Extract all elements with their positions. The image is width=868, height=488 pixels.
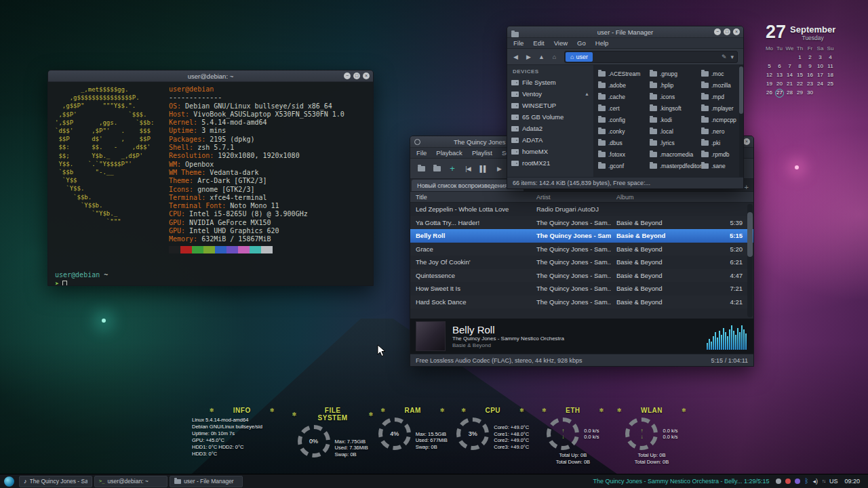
track-row[interactable]: QuintessenceThe Quincy Jones - Sam...Bas… xyxy=(410,269,753,283)
folder-item[interactable]: .mpd xyxy=(701,91,739,102)
back-button[interactable]: ◀ xyxy=(510,51,521,62)
play-button[interactable]: ▶ xyxy=(492,162,506,176)
folder-item[interactable]: .kodi xyxy=(650,114,701,125)
app-menu-icon[interactable] xyxy=(4,476,14,487)
folder-item[interactable]: .ncmpcpp xyxy=(701,114,739,125)
folder-item[interactable]: .ACEStream xyxy=(598,68,650,79)
folder-item[interactable]: .pki xyxy=(701,137,739,148)
folder-item[interactable]: .icons xyxy=(650,91,701,102)
taskbar-window-label: user - File Manager xyxy=(184,478,234,485)
taskbar-window-button[interactable]: ♪The Quincy Jones - Sa... xyxy=(19,476,92,487)
folder-item[interactable]: .mplayer xyxy=(701,102,739,114)
folder-item[interactable]: .mozilla xyxy=(701,79,739,91)
track-row[interactable]: Belly RollThe Quincy Jones - Sam...Basie… xyxy=(410,229,753,243)
fm-menu-help[interactable]: Help xyxy=(591,39,614,47)
home-button[interactable]: ⌂ xyxy=(549,51,560,62)
device-item[interactable]: WINSETUP xyxy=(507,100,593,111)
minimize-button[interactable]: − xyxy=(714,28,721,35)
taskbar-window-button[interactable]: >_user@debian: ~ xyxy=(94,476,167,487)
previous-track-button[interactable]: |◀ xyxy=(461,162,475,176)
open-files-button[interactable] xyxy=(414,162,428,176)
track-row[interactable]: The Joy Of Cookin'The Quincy Jones - Sam… xyxy=(410,256,753,269)
player-menu-playback[interactable]: Playback xyxy=(431,149,467,157)
folder-item[interactable]: .sane xyxy=(701,160,739,171)
track-row[interactable]: Led Zeppelin - Whole Lotta LoveRadio Dru… xyxy=(410,203,753,216)
pause-button[interactable]: ▌▌ xyxy=(477,162,490,176)
tray-icon-purple[interactable] xyxy=(795,479,800,484)
tray-icon-red[interactable] xyxy=(785,479,791,484)
folder-item[interactable]: .gconf xyxy=(598,160,650,171)
eject-icon[interactable]: ▲ xyxy=(585,92,589,96)
device-item[interactable]: Adata2 xyxy=(507,123,593,134)
path-bar[interactable]: ⌂ user ✎ ▾ xyxy=(564,51,738,63)
folder-item[interactable]: .local xyxy=(650,125,701,137)
column-header-duration[interactable] xyxy=(692,192,753,202)
up-button[interactable]: ▲ xyxy=(536,51,547,62)
folder-item[interactable]: .masterpdfeditor xyxy=(650,160,701,171)
player-menu-playlist[interactable]: Playlist xyxy=(467,149,497,157)
maximize-button[interactable]: □ xyxy=(353,73,360,79)
keyboard-layout[interactable]: US xyxy=(829,478,838,485)
playlist-scrollbar[interactable] xyxy=(747,204,753,317)
tray-icon-player[interactable] xyxy=(776,479,781,484)
folder-item[interactable]: .config xyxy=(598,114,650,125)
add-files-button[interactable] xyxy=(430,162,443,176)
folder-item[interactable]: .hplip xyxy=(650,79,701,91)
minimize-button[interactable]: − xyxy=(344,73,351,79)
taskbar-now-playing[interactable]: The Quincy Jones - Sammy Nestico Orchest… xyxy=(593,478,770,485)
column-header-album[interactable]: Album xyxy=(611,192,692,202)
device-item[interactable]: homeMX xyxy=(507,146,593,157)
clock[interactable]: 09:20 xyxy=(844,478,860,485)
fm-titlebar[interactable]: user - File Manager −□× xyxy=(507,26,743,38)
folder-item[interactable]: .conky xyxy=(598,125,650,137)
scrollbar-thumb[interactable] xyxy=(739,66,743,114)
track-row[interactable]: Hard Sock DanceThe Quincy Jones - Sam...… xyxy=(410,296,753,309)
fm-menu-go[interactable]: Go xyxy=(572,39,591,47)
column-header-artist[interactable]: Artist xyxy=(531,192,611,202)
folder-name: .kodi xyxy=(660,117,672,123)
folder-item[interactable]: .cache xyxy=(598,91,650,102)
terminal-titlebar[interactable]: user@debian: ~ −□× xyxy=(48,70,373,82)
track-row[interactable]: How Sweet It IsThe Quincy Jones - Sam...… xyxy=(410,282,753,296)
file-list[interactable]: .ACEStream.adobe.cache.cert.config.conky… xyxy=(594,65,739,177)
volume-icon[interactable]: ◂) xyxy=(812,478,818,485)
device-item[interactable]: Ventoy▲ xyxy=(507,88,593,100)
folder-item[interactable]: .lyrics xyxy=(650,137,701,148)
forward-button[interactable]: ▶ xyxy=(523,51,534,62)
fm-menu-edit[interactable]: Edit xyxy=(528,39,549,47)
chevron-down-icon[interactable]: ▾ xyxy=(730,54,734,60)
path-segment-user[interactable]: ⌂ user xyxy=(566,52,593,62)
folder-item[interactable]: .fotoxx xyxy=(598,148,650,160)
folder-item[interactable]: .macromedia xyxy=(650,148,701,160)
column-header-title[interactable]: Title xyxy=(410,192,531,202)
fm-menu-file[interactable]: File xyxy=(509,39,528,47)
track-row[interactable]: GraceThe Quincy Jones - Sam...Basie & Be… xyxy=(410,243,753,256)
close-button[interactable]: × xyxy=(733,28,740,35)
folder-item[interactable]: .gnupg xyxy=(650,68,701,79)
device-item[interactable]: ADATA xyxy=(507,134,593,146)
edit-path-icon[interactable]: ✎ xyxy=(722,54,727,60)
terminal-body[interactable]: _,met$$$$$gg. ,g$$$$$$$$$$$$$$$P. ,g$$P"… xyxy=(48,82,373,286)
device-item[interactable]: File System xyxy=(507,77,593,88)
fm-menu-view[interactable]: View xyxy=(549,39,572,47)
folder-item[interactable]: .moc xyxy=(701,68,739,79)
folder-item[interactable]: .dbus xyxy=(598,137,650,148)
close-button[interactable]: × xyxy=(363,73,370,79)
maximize-button[interactable]: □ xyxy=(724,28,730,35)
player-menu-file[interactable]: File xyxy=(412,149,431,157)
folder-item[interactable]: .kingsoft xyxy=(650,102,701,114)
folder-item[interactable]: .adobe xyxy=(598,79,650,91)
folder-item[interactable]: .rpmdb xyxy=(701,148,739,160)
folder-item[interactable]: .nero xyxy=(701,125,739,137)
network-icon[interactable]: ↑↓ xyxy=(822,478,825,485)
device-item[interactable]: 65 GB Volume xyxy=(507,111,593,123)
device-item[interactable]: rootMX21 xyxy=(507,157,593,169)
fm-scrollbar[interactable] xyxy=(739,65,743,177)
track-row[interactable]: Ya Gotta Try... Harder!The Quincy Jones … xyxy=(410,216,753,230)
scrollbar-thumb[interactable] xyxy=(747,212,753,257)
add-playlist-button[interactable]: + xyxy=(446,162,459,176)
folder-item[interactable]: .cert xyxy=(598,102,650,114)
close-button[interactable]: × xyxy=(743,138,750,145)
bluetooth-icon[interactable]: ᛒ xyxy=(804,478,808,485)
taskbar-window-button[interactable]: user - File Manager xyxy=(170,476,243,487)
